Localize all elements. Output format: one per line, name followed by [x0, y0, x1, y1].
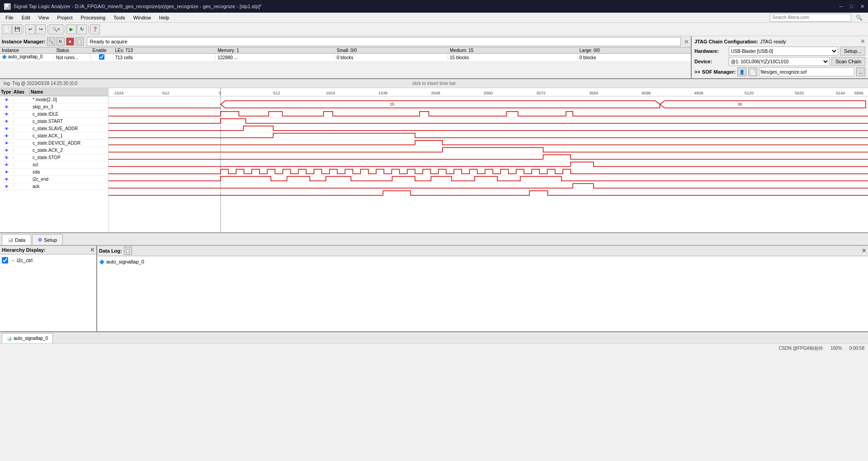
waveform-canvas[interactable]: -1024 -512 0 512 1024 1536 2048 2560 307… [108, 88, 868, 232]
signal-row-start[interactable]: 👁 c_state.START [0, 118, 108, 125]
sof-more-btn[interactable]: ... [856, 67, 865, 76]
datalog-icon-btn[interactable]: 📋 [124, 247, 132, 255]
menu-tools[interactable]: Tools [110, 14, 129, 21]
signal-row-skipen[interactable]: 👁 skip_en_3 [0, 103, 108, 111]
svg-text:6144: 6144 [836, 91, 845, 95]
title-bar: 📊 Signal Tap Logic Analyzer - D:/A_FPGA/… [0, 0, 868, 13]
col-enable: Enable [90, 47, 113, 54]
instance-tab-auto[interactable]: 📊 auto_signaltap_0 [2, 333, 53, 343]
datalog-close-btn[interactable]: ✕ [862, 248, 866, 254]
hier-checkbox-i2c[interactable] [2, 257, 8, 263]
datalog-content: 🔷 auto_signaltap_0 [97, 256, 868, 331]
inst-refresh-btn[interactable]: ↻ [57, 38, 65, 46]
scan-chain-btn[interactable]: Scan Chain [831, 57, 865, 66]
signal-row-devaddr[interactable]: 👁 c_state.DEVICE_ADDR [0, 140, 108, 147]
window-controls: ─ □ ✕ [840, 4, 864, 9]
signal-row-sda[interactable]: 👁 sda [0, 169, 108, 176]
menu-edit[interactable]: Edit [18, 14, 34, 21]
datalog-item-icon: 🔷 [99, 259, 104, 264]
minimize-btn[interactable]: ─ [840, 4, 843, 9]
sr-type-sda: 👁 [0, 170, 14, 174]
setup-btn[interactable]: Setup... [840, 47, 865, 56]
wave-log-bar: log: Trig @ 2023/03/28 14:25:30 (0:0 cli… [0, 79, 868, 88]
hierarchy-close-btn[interactable]: ✕ [90, 247, 94, 253]
col-les: LEs: 713 [113, 47, 216, 54]
save-btn[interactable]: 💾 [12, 24, 22, 34]
maximize-btn[interactable]: □ [850, 4, 853, 9]
sr-name-sda: sda [32, 169, 108, 174]
help-btn[interactable]: ❓ [90, 24, 100, 34]
inst-config-btn[interactable]: 📋 [75, 38, 84, 46]
svg-text:-1024: -1024 [113, 91, 123, 95]
menu-project[interactable]: Project [53, 14, 76, 21]
signal-row-ack2[interactable]: 👁 c_state.ACK_2 [0, 147, 108, 154]
sr-type-scl: 👁 [0, 163, 14, 167]
menu-processing[interactable]: Processing [77, 14, 109, 21]
run-btn[interactable]: ▶ [66, 24, 76, 34]
click-hint[interactable]: click to insert time bar [412, 81, 456, 86]
svg-text:5632: 5632 [795, 91, 804, 95]
menu-view[interactable]: View [35, 14, 53, 21]
svg-text:1536: 1536 [378, 91, 387, 95]
menu-window[interactable]: Window [130, 14, 155, 21]
tab-data[interactable]: 📊 Data [2, 234, 31, 245]
sep3 [65, 25, 65, 33]
instance-large: 0 blocks [577, 54, 691, 61]
signal-row-ack[interactable]: 👁 ack [0, 183, 108, 190]
sr-type-mode: 👁 [0, 98, 14, 102]
redo-btn[interactable]: ↪ [36, 24, 46, 34]
instance-tab-bar: 📊 auto_signaltap_0 [0, 331, 868, 343]
signal-row-mode[interactable]: 👁 * mode[2..0] [0, 96, 108, 103]
sr-type-ack: 👁 [0, 184, 14, 189]
altera-search-icon[interactable]: 🔍 [852, 14, 866, 22]
svg-text:5120: 5120 [745, 91, 754, 95]
sr-type-start: 👁 [0, 119, 14, 124]
signal-row-stop[interactable]: 👁 c_state.STOP [0, 154, 108, 161]
sr-name-stop: c_state.STOP [32, 155, 108, 160]
instance-icon: 🔷 [2, 55, 7, 59]
hierarchy-item-i2c[interactable]: → i2c_ctrl [2, 256, 94, 264]
tab-setup[interactable]: ⚙ Setup [32, 234, 63, 245]
new-btn[interactable]: 📄 [2, 24, 12, 34]
sr-name-ack1: c_state.ACK_1 [32, 133, 108, 138]
sr-type-idle: 👁 [0, 112, 14, 117]
setup-tab-icon: ⚙ [38, 237, 42, 242]
instance-name[interactable]: auto_signaltap_0 [8, 54, 42, 59]
datalog-item-auto[interactable]: 🔷 auto_signaltap_0 [99, 258, 866, 265]
close-instance-btn[interactable]: ✕ [684, 38, 689, 45]
close-btn[interactable]: ✕ [860, 4, 864, 9]
search-altera-input[interactable] [770, 14, 851, 22]
signal-row-idle[interactable]: 👁 c_state.IDLE [0, 111, 108, 118]
col-instance: Instance [0, 47, 54, 54]
signal-row-scl[interactable]: 👁 scl [0, 161, 108, 169]
sr-type-ack2: 👁 [0, 148, 14, 153]
inst-search-btn[interactable]: 🔍 [47, 38, 55, 46]
hierarchy-panel: Hierarchy Display: ✕ → i2c_ctrl [0, 246, 97, 331]
signal-row-ack1[interactable]: 👁 c_state.ACK_1 [0, 132, 108, 140]
sep1 [24, 25, 24, 33]
hardware-select[interactable]: USB-Blaster [USB-0] [729, 47, 838, 56]
signal-row-slaveaddr[interactable]: 👁 c_state.SLAVE_ADDR [0, 125, 108, 132]
inst-stop-btn[interactable]: ■ [66, 38, 74, 46]
undo-btn[interactable]: ↩ [25, 24, 35, 34]
svg-text:0: 0 [219, 91, 221, 95]
menu-help[interactable]: Help [156, 14, 173, 21]
sr-type-ack1: 👁 [0, 134, 14, 138]
netlist-btn[interactable]: 🔍+ [49, 24, 63, 34]
status-bar: CSDN @FPGA制创作 100% 0:00:58 [0, 343, 868, 353]
jtag-close-btn[interactable]: ✕ [860, 38, 865, 45]
sof-path-input[interactable] [759, 67, 854, 76]
svg-text:2h: 2h [390, 102, 394, 107]
waveform-container: log: Trig @ 2023/03/28 14:25:30 (0:0 cli… [0, 79, 868, 233]
sof-icon-person[interactable]: 👤 [737, 67, 746, 76]
svg-text:4608: 4608 [694, 91, 703, 95]
auto-run-btn[interactable]: ↻ [77, 24, 87, 34]
sof-icon-file[interactable]: 📄 [748, 67, 757, 76]
hier-name-i2c: i2c_ctrl [17, 258, 33, 263]
device-select[interactable]: @1: 10CL006(Y|Z)/10CL010 [729, 57, 830, 66]
menu-file[interactable]: File [2, 14, 17, 21]
instance-enable[interactable] [90, 54, 113, 61]
instance-status: Not runni... [54, 54, 90, 61]
signal-row-i2cend[interactable]: 👁 i2c_end [0, 176, 108, 183]
sh-type: Type [0, 88, 13, 96]
